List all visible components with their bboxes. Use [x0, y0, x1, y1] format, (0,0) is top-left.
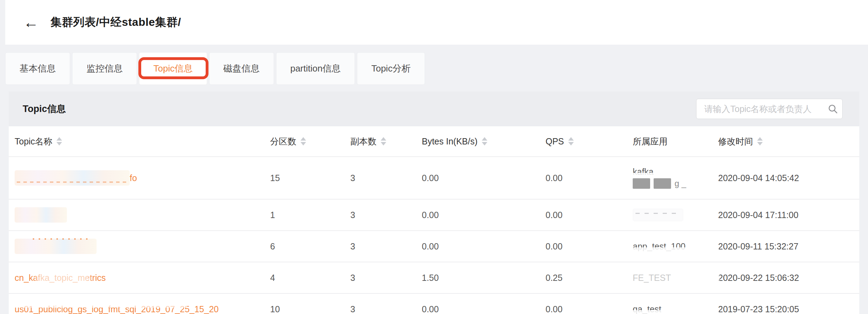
modified-time-cell: 2019-07-23 15:20:05 [718, 304, 859, 314]
censor-block [633, 178, 650, 189]
bytes-in-cell: 0.00 [422, 304, 546, 314]
table-row: cn_kafka_topic_metrics431.500.25FE_TEST2… [9, 262, 859, 294]
sort-carets-icon[interactable] [381, 137, 386, 145]
owner-app-cell: app_test_100 [633, 241, 718, 252]
partitions-cell: 15 [270, 173, 350, 183]
tab-label: Topic分析 [371, 62, 411, 75]
tab-3[interactable]: 磁盘信息 [209, 52, 274, 85]
tab-4[interactable]: partition信息 [276, 52, 355, 85]
topic-search-box [696, 99, 843, 119]
censored-topic-name-blur [15, 239, 97, 254]
replicas-cell: 3 [350, 241, 422, 252]
topic-name-cell: fo [15, 170, 270, 186]
censored-topic-name-blur [15, 207, 67, 223]
tab-5[interactable]: Topic分析 [357, 52, 425, 85]
topic-info-panel: Topic信息 Topic名称分区数副本数Bytes In(KB/s)QPS所属… [9, 91, 859, 314]
replicas-cell: 3 [350, 304, 422, 314]
modified-time-cell: 2020-09-22 15:06:32 [718, 273, 859, 283]
panel-header: Topic信息 [9, 91, 859, 126]
censor-block [654, 178, 671, 189]
page-title: 集群列表/中经stable集群/ [51, 15, 181, 30]
table-header-row: Topic名称分区数副本数Bytes In(KB/s)QPS所属应用修改时间 [9, 126, 859, 157]
tab-label: partition信息 [290, 62, 341, 75]
table-row: fo1530.000.00kafkag _2020-09-04 14:05:42 [9, 157, 859, 200]
bytes-in-cell: 1.50 [422, 273, 546, 283]
modified-time-cell: 2020-09-04 14:05:42 [718, 173, 859, 183]
tab-label: 磁盘信息 [223, 62, 260, 75]
owner-app-cell: FE_TEST [633, 273, 718, 283]
owner-app-cell: kafkag _ [633, 167, 718, 189]
partitions-cell: 10 [270, 304, 350, 314]
topic-link[interactable]: fo [130, 173, 137, 183]
topic-name-cell [15, 207, 270, 223]
column-header-label: Topic名称 [15, 136, 52, 147]
replicas-cell: 3 [350, 273, 422, 283]
partitions-cell: 4 [270, 273, 350, 283]
topic-link[interactable]: us01_publiclog_gs_log_fmt_sql_2019_07_25… [15, 304, 219, 314]
topic-name-cell: cn_kafka_topic_metrics [15, 273, 270, 283]
back-arrow-icon[interactable]: ← [23, 15, 39, 30]
owner-app-cell [633, 209, 718, 221]
column-header[interactable]: Topic名称 [15, 136, 270, 147]
replicas-cell: 3 [350, 210, 422, 220]
partitions-cell: 1 [270, 210, 350, 220]
search-icon[interactable] [823, 104, 842, 114]
column-header[interactable]: 分区数 [270, 136, 350, 147]
qps-cell: 0.00 [546, 241, 633, 252]
qps-cell: 0.00 [546, 210, 633, 220]
panel-title: Topic信息 [23, 103, 66, 115]
column-header-label: 修改时间 [718, 136, 753, 147]
partitions-cell: 6 [270, 241, 350, 252]
column-header: 所属应用 [633, 136, 718, 147]
modified-time-cell: 2020-09-11 15:32:27 [718, 241, 859, 252]
page-header: ← 集群列表/中经stable集群/ [5, 0, 868, 45]
owner-app-name: FE_TEST [633, 273, 718, 283]
tab-label: 基本信息 [20, 62, 56, 75]
censored-app-name-blur [633, 209, 683, 221]
column-header[interactable]: QPS [546, 136, 633, 147]
modified-time-cell: 2020-09-04 17:11:00 [718, 210, 859, 220]
column-header-label: 副本数 [350, 136, 376, 147]
topic-name-cell [15, 239, 270, 254]
tab-label: 监控信息 [86, 62, 123, 75]
tab-label: Topic信息 [153, 62, 193, 75]
column-header[interactable]: 修改时间 [718, 136, 859, 147]
owner-app-name: qa_test [633, 304, 718, 314]
sort-carets-icon[interactable] [568, 137, 574, 145]
qps-cell: 0.00 [546, 304, 633, 314]
censored-topic-name-blur [15, 170, 130, 186]
sort-carets-icon[interactable] [56, 137, 62, 145]
search-input[interactable] [696, 104, 823, 114]
table-row: us01_publiclog_gs_log_fmt_sql_2019_07_25… [9, 294, 859, 314]
column-header-label: 所属应用 [633, 136, 668, 147]
app-name-fragment: g _ [675, 179, 686, 188]
owner-app-name: kafka [633, 167, 718, 177]
column-header-label: QPS [546, 136, 564, 147]
topic-name-cell: us01_publiclog_gs_log_fmt_sql_2019_07_25… [15, 304, 270, 314]
tab-1[interactable]: 监控信息 [72, 52, 137, 85]
column-header[interactable]: Bytes In(KB/s) [422, 136, 546, 147]
bytes-in-cell: 0.00 [422, 241, 546, 252]
column-header-label: 分区数 [270, 136, 296, 147]
owner-app-name: app_test_100 [633, 241, 718, 252]
table-row: 630.000.00app_test_1002020-09-11 15:32:2… [9, 231, 859, 262]
tab-bar: 基本信息监控信息Topic信息磁盘信息partition信息Topic分析 [5, 52, 868, 85]
sort-carets-icon[interactable] [757, 137, 763, 145]
sort-carets-icon[interactable] [482, 137, 487, 145]
tab-0[interactable]: 基本信息 [5, 52, 70, 85]
replicas-cell: 3 [350, 173, 422, 183]
column-header[interactable]: 副本数 [350, 136, 422, 147]
censored-app-second-line: g _ [633, 178, 718, 189]
table-body: fo1530.000.00kafkag _2020-09-04 14:05:42… [9, 157, 859, 314]
qps-cell: 0.00 [546, 173, 633, 183]
column-header-label: Bytes In(KB/s) [422, 136, 478, 147]
tab-topic-info[interactable]: Topic信息 [139, 52, 207, 85]
bytes-in-cell: 0.00 [422, 173, 546, 183]
sort-carets-icon[interactable] [300, 137, 306, 145]
bytes-in-cell: 0.00 [422, 210, 546, 220]
qps-cell: 0.25 [546, 273, 633, 283]
table-row: 130.000.002020-09-04 17:11:00 [9, 200, 859, 231]
owner-app-cell: qa_test [633, 304, 718, 314]
topic-link[interactable]: cn_kafka_topic_metrics [15, 273, 106, 283]
